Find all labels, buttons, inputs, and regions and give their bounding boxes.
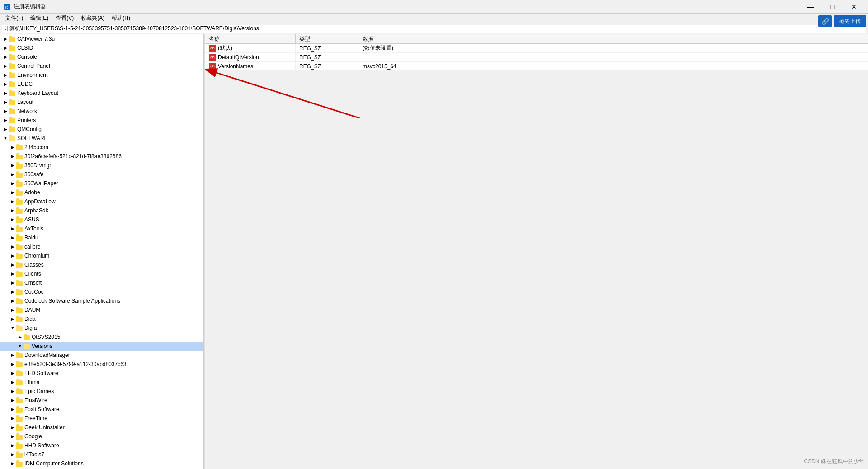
tree-expand-icon[interactable]: ▶ bbox=[9, 297, 16, 305]
tree-item[interactable]: ▶2345.com bbox=[0, 143, 203, 152]
tree-pane[interactable]: ▶CAIViewer 7.3u▶CLSID▶Console▶Control Pa… bbox=[0, 34, 203, 469]
values-pane[interactable]: 名称 类型 数据 ab(默认)REG_SZ(数值未设置)abDefaultQtV… bbox=[205, 34, 868, 71]
tree-item[interactable]: ▶Eltima bbox=[0, 378, 203, 387]
link-button[interactable]: 🔗 bbox=[818, 15, 832, 27]
tree-item[interactable]: ▶Printers bbox=[0, 116, 203, 125]
tree-expand-icon[interactable]: ▶ bbox=[2, 53, 9, 61]
tree-item[interactable]: ▶Google bbox=[0, 432, 203, 441]
tree-expand-icon[interactable]: ▶ bbox=[16, 333, 24, 341]
tree-item[interactable]: ▶Dida bbox=[0, 314, 203, 324]
tree-item[interactable]: ▶Environment bbox=[0, 70, 203, 80]
tree-item[interactable]: ▼Digia bbox=[0, 324, 203, 333]
tree-item[interactable]: ▶Classes bbox=[0, 260, 203, 269]
tree-item[interactable]: ▶360safe bbox=[0, 170, 203, 179]
tree-expand-icon[interactable]: ▶ bbox=[9, 189, 16, 196]
tree-expand-icon[interactable]: ▼ bbox=[16, 342, 24, 350]
values-row[interactable]: ab(默认)REG_SZ(数值未设置) bbox=[205, 44, 868, 53]
tree-item[interactable]: ▶360WallPaper bbox=[0, 179, 203, 188]
tree-item[interactable]: ▶Layout bbox=[0, 98, 203, 107]
tree-item[interactable]: ▶Epic Games bbox=[0, 387, 203, 396]
tree-item[interactable]: ▶Codejock Software Sample Applications bbox=[0, 296, 203, 305]
tree-expand-icon[interactable]: ▶ bbox=[2, 98, 9, 106]
values-row[interactable]: abVersionNamesREG_SZmsvc2015_64 bbox=[205, 62, 868, 71]
tree-item[interactable]: ▶CAIViewer 7.3u bbox=[0, 34, 203, 43]
tree-expand-icon[interactable]: ▶ bbox=[9, 379, 16, 386]
tree-expand-icon[interactable]: ▶ bbox=[9, 370, 16, 377]
tree-item[interactable]: ▶360Drvmgr bbox=[0, 161, 203, 170]
tree-item[interactable]: ▶e38e520f-3e39-5799-a112-30abd8037c63 bbox=[0, 360, 203, 369]
tree-item[interactable]: ▶CLSID bbox=[0, 43, 203, 52]
tree-item[interactable]: ▶EFD Software bbox=[0, 369, 203, 378]
tree-item[interactable]: ▶Control Panel bbox=[0, 61, 203, 70]
tree-item[interactable]: ▶Baidu bbox=[0, 233, 203, 242]
menu-favorites[interactable]: 收藏夹(A) bbox=[77, 14, 108, 23]
tree-item[interactable]: ▶AppDataLow bbox=[0, 197, 203, 206]
tree-expand-icon[interactable]: ▶ bbox=[9, 216, 16, 223]
tree-expand-icon[interactable]: ▶ bbox=[2, 80, 9, 88]
tree-item[interactable]: ▶EUDC bbox=[0, 80, 203, 89]
tree-expand-icon[interactable]: ▶ bbox=[9, 144, 16, 151]
minimize-button[interactable] bbox=[800, 0, 821, 14]
tree-expand-icon[interactable]: ▶ bbox=[2, 89, 9, 97]
tree-expand-icon[interactable]: ▶ bbox=[9, 198, 16, 205]
tree-item[interactable]: ▶FinalWire bbox=[0, 396, 203, 405]
tree-expand-icon[interactable]: ▶ bbox=[9, 243, 16, 250]
tree-expand-icon[interactable]: ▶ bbox=[9, 361, 16, 368]
tree-expand-icon[interactable]: ▶ bbox=[9, 261, 16, 268]
tree-expand-icon[interactable]: ▼ bbox=[2, 135, 9, 142]
address-path[interactable]: 计算机\HKEY_USERS\S-1-5-21-3053395751-38507… bbox=[2, 25, 866, 33]
tree-expand-icon[interactable]: ▶ bbox=[9, 279, 16, 286]
tree-expand-icon[interactable]: ▶ bbox=[9, 306, 16, 314]
tree-item[interactable]: ▶Clients bbox=[0, 269, 203, 278]
tree-expand-icon[interactable]: ▶ bbox=[9, 433, 16, 440]
tree-item[interactable]: ▶ASUS bbox=[0, 215, 203, 224]
tree-item[interactable]: ▼SOFTWARE bbox=[0, 134, 203, 143]
tree-item[interactable]: ▶IDM Computer Solutions bbox=[0, 459, 203, 468]
tree-item[interactable]: ▶QMConfig bbox=[0, 125, 203, 134]
tree-expand-icon[interactable]: ▶ bbox=[9, 153, 16, 160]
menu-view[interactable]: 查看(V) bbox=[52, 14, 77, 23]
tree-expand-icon[interactable]: ▶ bbox=[9, 315, 16, 323]
upload-button[interactable]: 抢先上传 bbox=[834, 15, 866, 27]
menu-edit[interactable]: 编辑(E) bbox=[27, 14, 52, 23]
tree-expand-icon[interactable]: ▶ bbox=[2, 71, 9, 79]
tree-expand-icon[interactable]: ▶ bbox=[9, 288, 16, 295]
tree-item[interactable]: ▶Console bbox=[0, 52, 203, 61]
tree-expand-icon[interactable]: ▶ bbox=[9, 388, 16, 395]
tree-expand-icon[interactable]: ▶ bbox=[9, 180, 16, 187]
tree-item[interactable]: ▶ArphaSdk bbox=[0, 206, 203, 215]
tree-expand-icon[interactable]: ▶ bbox=[2, 126, 9, 133]
tree-expand-icon[interactable]: ▶ bbox=[9, 171, 16, 178]
tree-expand-icon[interactable]: ▶ bbox=[9, 162, 16, 169]
tree-item[interactable]: ▶Adobe bbox=[0, 188, 203, 197]
tree-expand-icon[interactable]: ▼ bbox=[9, 324, 16, 332]
tree-item[interactable]: ▶Geek Uninstaller bbox=[0, 423, 203, 432]
tree-expand-icon[interactable]: ▶ bbox=[9, 352, 16, 359]
tree-item[interactable]: ▶DAUM bbox=[0, 305, 203, 314]
menu-help[interactable]: 帮助(H) bbox=[108, 14, 134, 23]
values-row[interactable]: abDefaultQtVersionREG_SZ bbox=[205, 53, 868, 62]
tree-expand-icon[interactable]: ▶ bbox=[9, 270, 16, 277]
maximize-button[interactable] bbox=[822, 0, 843, 14]
tree-expand-icon[interactable]: ▶ bbox=[9, 406, 16, 413]
tree-expand-icon[interactable]: ▶ bbox=[9, 424, 16, 431]
tree-item[interactable]: ▶HHD Software bbox=[0, 441, 203, 450]
tree-expand-icon[interactable]: ▶ bbox=[9, 415, 16, 422]
tree-expand-icon[interactable]: ▶ bbox=[2, 44, 9, 52]
tree-expand-icon[interactable]: ▶ bbox=[9, 207, 16, 214]
tree-expand-icon[interactable]: ▶ bbox=[9, 451, 16, 458]
tree-expand-icon[interactable]: ▶ bbox=[2, 62, 9, 70]
tree-item[interactable]: ▼Versions bbox=[0, 342, 203, 351]
tree-expand-icon[interactable]: ▶ bbox=[9, 397, 16, 404]
tree-item[interactable]: ▶DownloadManager bbox=[0, 351, 203, 360]
tree-expand-icon[interactable]: ▶ bbox=[9, 234, 16, 241]
tree-expand-icon[interactable]: ▶ bbox=[2, 35, 9, 42]
tree-item[interactable]: ▶Cmsoft bbox=[0, 278, 203, 287]
tree-expand-icon[interactable]: ▶ bbox=[9, 442, 16, 449]
tree-item[interactable]: ▶i4Tools7 bbox=[0, 450, 203, 459]
tree-expand-icon[interactable]: ▶ bbox=[9, 460, 16, 467]
tree-expand-icon[interactable]: ▶ bbox=[9, 252, 16, 259]
tree-item[interactable]: ▶Keyboard Layout bbox=[0, 89, 203, 98]
tree-item[interactable]: ▶CocCoc bbox=[0, 287, 203, 296]
tree-item[interactable]: ▶30f2a6ca-fefa-521c-821d-7f8ae3862686 bbox=[0, 152, 203, 161]
